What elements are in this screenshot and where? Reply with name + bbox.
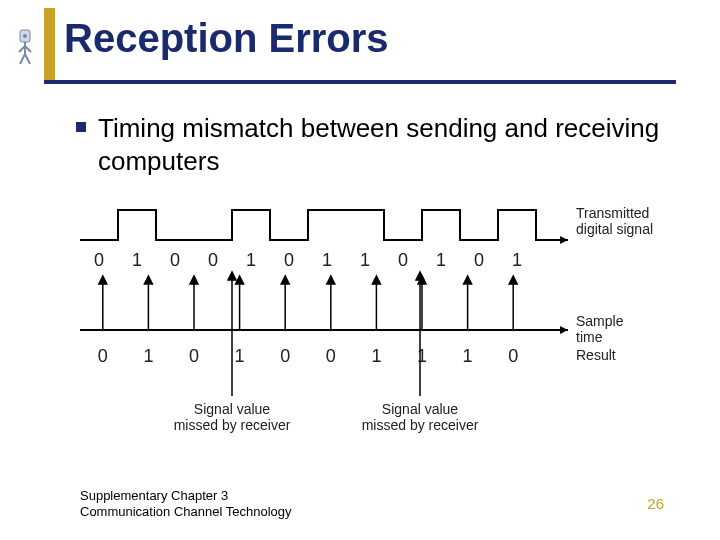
tx-bit: 1 bbox=[322, 250, 332, 270]
tx-bit: 1 bbox=[246, 250, 256, 270]
sample-label-line1: Sample bbox=[576, 313, 624, 329]
svg-marker-31 bbox=[228, 272, 236, 280]
svg-marker-33 bbox=[416, 272, 424, 280]
svg-point-1 bbox=[23, 34, 27, 38]
tx-bit: 0 bbox=[398, 250, 408, 270]
transmitted-signal bbox=[80, 210, 568, 244]
result-label: Result bbox=[576, 347, 616, 363]
rx-bit: 1 bbox=[417, 346, 427, 366]
title-underline bbox=[44, 80, 676, 84]
rx-bit: 0 bbox=[189, 346, 199, 366]
miss-callout-right bbox=[416, 272, 424, 396]
svg-marker-15 bbox=[190, 276, 198, 284]
title-accent-bar bbox=[44, 8, 55, 80]
tx-bit: 0 bbox=[474, 250, 484, 270]
timing-diagram: Transmitted digital signal 0 1 0 0 1 0 1… bbox=[70, 200, 670, 460]
transmitted-label-line2: digital signal bbox=[576, 221, 653, 237]
slide: Reception Errors Timing mismatch between… bbox=[0, 0, 720, 540]
sample-time-axis bbox=[80, 326, 568, 334]
miss-left-line1: Signal value bbox=[194, 401, 270, 417]
clip-icon bbox=[14, 26, 36, 66]
rx-bit: 0 bbox=[508, 346, 518, 366]
page-number: 26 bbox=[647, 495, 664, 512]
svg-marker-11 bbox=[99, 276, 107, 284]
footer-left: Supplementary Chapter 3 Communication Ch… bbox=[80, 488, 292, 521]
miss-right-line2: missed by receiver bbox=[362, 417, 479, 433]
miss-callout-left bbox=[228, 272, 236, 396]
rx-bit: 1 bbox=[143, 346, 153, 366]
tx-bit: 0 bbox=[208, 250, 218, 270]
rx-bit: 1 bbox=[371, 346, 381, 366]
svg-line-6 bbox=[25, 54, 30, 64]
transmitted-bits-row: 0 1 0 0 1 0 1 1 0 1 0 1 bbox=[94, 250, 522, 270]
svg-marker-27 bbox=[464, 276, 472, 284]
svg-line-5 bbox=[20, 54, 25, 64]
slide-title: Reception Errors bbox=[64, 16, 389, 61]
tx-bit: 0 bbox=[284, 250, 294, 270]
tx-bit: 1 bbox=[512, 250, 522, 270]
tx-bit: 0 bbox=[94, 250, 104, 270]
tx-bit: 1 bbox=[436, 250, 446, 270]
svg-marker-29 bbox=[509, 276, 517, 284]
bullet-text: Timing mismatch between sending and rece… bbox=[98, 112, 664, 177]
footer-line2: Communication Channel Technology bbox=[80, 504, 292, 520]
rx-bit: 1 bbox=[463, 346, 473, 366]
rx-bit: 0 bbox=[326, 346, 336, 366]
footer-line1: Supplementary Chapter 3 bbox=[80, 488, 292, 504]
svg-marker-13 bbox=[144, 276, 152, 284]
result-bits-row: 0 1 0 1 0 0 1 1 1 0 bbox=[98, 346, 518, 366]
tx-bit: 1 bbox=[360, 250, 370, 270]
sample-label-line2: time bbox=[576, 329, 603, 345]
svg-marker-19 bbox=[281, 276, 289, 284]
rx-bit: 1 bbox=[235, 346, 245, 366]
rx-bit: 0 bbox=[280, 346, 290, 366]
svg-marker-21 bbox=[327, 276, 335, 284]
tx-bit: 1 bbox=[132, 250, 142, 270]
miss-right-line1: Signal value bbox=[382, 401, 458, 417]
tx-bit: 0 bbox=[170, 250, 180, 270]
miss-left-line2: missed by receiver bbox=[174, 417, 291, 433]
transmitted-label-line1: Transmitted bbox=[576, 205, 649, 221]
bullet-marker bbox=[76, 122, 86, 132]
sample-arrows bbox=[99, 276, 517, 330]
svg-marker-23 bbox=[372, 276, 380, 284]
bullet-item: Timing mismatch between sending and rece… bbox=[76, 112, 664, 177]
svg-marker-9 bbox=[560, 326, 568, 334]
rx-bit: 0 bbox=[98, 346, 108, 366]
svg-marker-7 bbox=[560, 236, 568, 244]
